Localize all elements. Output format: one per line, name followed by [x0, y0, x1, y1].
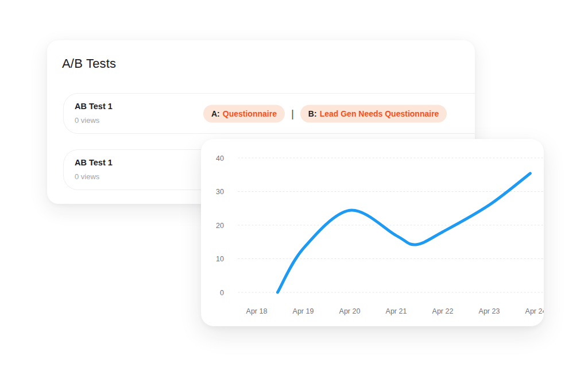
chart-card: 40 30 20 10 0 Apr 18 Apr 19 Apr 20 Apr 2…: [201, 139, 544, 326]
variant-a-badge[interactable]: A: Questionnaire: [203, 105, 285, 122]
y-tick-label: 0: [220, 289, 224, 297]
page-background: A/B Tests AB Test 1 0 views A: Questionn…: [0, 0, 588, 367]
variant-b-label: Lead Gen Needs Questionnaire: [320, 109, 439, 118]
y-tick-label: 30: [216, 188, 224, 196]
x-tick-label: Apr 24: [525, 307, 544, 315]
x-tick-label: Apr 20: [339, 307, 361, 315]
x-tick-label: Apr 21: [386, 307, 407, 315]
variant-a-prefix: A:: [211, 109, 220, 118]
x-tick-label: Apr 22: [432, 307, 454, 315]
y-tick-label: 20: [216, 222, 224, 230]
views-line-chart: 40 30 20 10 0 Apr 18 Apr 19 Apr 20 Apr 2…: [201, 139, 544, 326]
x-tick-label: Apr 18: [246, 307, 268, 315]
ab-test-row-1[interactable]: AB Test 1 0 views A: Questionnaire | B: …: [63, 93, 475, 134]
variant-a-label: Questionnaire: [223, 109, 277, 118]
x-tick-label: Apr 19: [293, 307, 314, 315]
x-tick-label: Apr 23: [479, 307, 500, 315]
y-tick-label: 40: [216, 154, 224, 163]
variant-badges: A: Questionnaire | B: Lead Gen Needs Que…: [203, 105, 447, 122]
y-tick-label: 10: [216, 255, 224, 263]
variant-b-prefix: B:: [308, 109, 317, 118]
variant-b-badge[interactable]: B: Lead Gen Needs Questionnaire: [300, 105, 447, 122]
page-title: A/B Tests: [62, 56, 475, 71]
badge-separator: |: [291, 107, 294, 120]
